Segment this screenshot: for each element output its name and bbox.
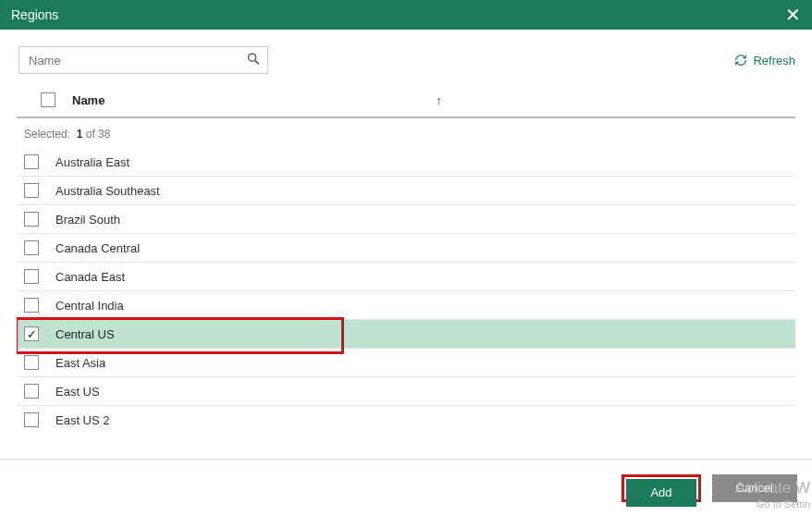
cancel-button[interactable]: Cancel bbox=[712, 474, 797, 502]
row-checkbox[interactable] bbox=[24, 298, 39, 313]
row-checkbox[interactable] bbox=[24, 212, 39, 227]
close-icon[interactable]: ✕ bbox=[785, 6, 801, 24]
dialog-title: Regions bbox=[11, 7, 58, 22]
row-checkbox[interactable] bbox=[24, 384, 39, 399]
row-label: East US bbox=[55, 385, 100, 399]
search-wrap bbox=[18, 46, 268, 74]
row-checkbox[interactable] bbox=[24, 240, 39, 255]
row-label: Canada Central bbox=[55, 241, 140, 255]
footer: Add Cancel bbox=[0, 459, 812, 516]
row-checkbox[interactable] bbox=[24, 269, 39, 284]
search-input[interactable] bbox=[18, 46, 268, 74]
row-label: East Asia bbox=[55, 356, 105, 370]
row-checkbox[interactable] bbox=[24, 183, 39, 198]
list-wrap: Australia EastAustralia SoutheastBrazil … bbox=[17, 148, 795, 431]
add-button[interactable]: Add bbox=[626, 479, 695, 507]
row-label: Canada East bbox=[55, 270, 125, 284]
sort-asc-icon[interactable]: ↑ bbox=[436, 93, 442, 107]
svg-point-0 bbox=[249, 54, 256, 61]
row-label: Central India bbox=[55, 299, 124, 313]
table-row[interactable]: Central US bbox=[17, 320, 795, 349]
column-name[interactable]: Name bbox=[72, 93, 105, 107]
table-row[interactable]: East US 2 bbox=[17, 406, 795, 431]
titlebar: Regions ✕ bbox=[0, 0, 812, 30]
table-row[interactable]: Brazil South bbox=[17, 205, 795, 234]
table-row[interactable]: East US bbox=[17, 377, 795, 406]
selected-of: of bbox=[86, 128, 95, 141]
svg-line-1 bbox=[255, 61, 259, 65]
row-highlight: Central US bbox=[17, 320, 795, 349]
table-row[interactable]: Australia Southeast bbox=[17, 177, 795, 205]
refresh-icon bbox=[734, 54, 747, 67]
row-checkbox[interactable] bbox=[24, 326, 39, 341]
row-checkbox[interactable] bbox=[24, 412, 39, 427]
select-all-checkbox[interactable] bbox=[41, 92, 55, 107]
selection-summary: Selected: 1 of 38 bbox=[0, 118, 812, 148]
row-label: Australia East bbox=[55, 155, 129, 169]
row-label: Brazil South bbox=[55, 213, 120, 227]
region-list[interactable]: Australia EastAustralia SoutheastBrazil … bbox=[17, 148, 795, 431]
search-icon[interactable] bbox=[246, 52, 261, 69]
row-label: Australia Southeast bbox=[55, 184, 160, 198]
refresh-label: Refresh bbox=[753, 54, 795, 68]
selected-count: 1 bbox=[77, 128, 83, 141]
table-row[interactable]: Central India bbox=[17, 291, 795, 320]
selected-total: 38 bbox=[98, 128, 110, 141]
toolbar: Refresh bbox=[0, 30, 812, 85]
selected-prefix: Selected: bbox=[24, 128, 70, 141]
add-button-highlight: Add bbox=[621, 474, 700, 502]
table-row[interactable]: Australia East bbox=[17, 148, 795, 177]
table-header: Name ↑ bbox=[17, 85, 795, 118]
row-checkbox[interactable] bbox=[24, 355, 39, 370]
table-row[interactable]: East Asia bbox=[17, 349, 795, 377]
row-label: Central US bbox=[55, 327, 115, 341]
table-row[interactable]: Canada East bbox=[17, 263, 795, 291]
row-checkbox[interactable] bbox=[24, 154, 39, 169]
refresh-button[interactable]: Refresh bbox=[734, 54, 795, 68]
row-label: East US 2 bbox=[55, 413, 110, 427]
table-row[interactable]: Canada Central bbox=[17, 234, 795, 263]
